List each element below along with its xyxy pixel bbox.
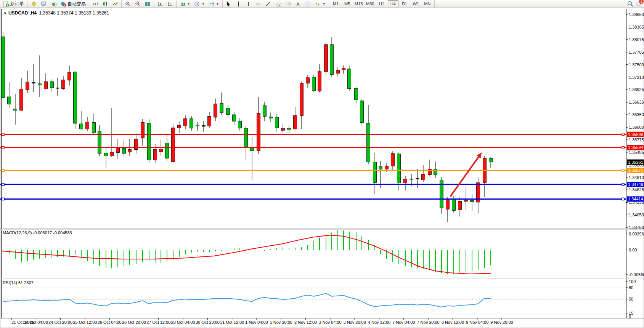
line-chart-button[interactable] xyxy=(110,0,120,8)
candle-body xyxy=(2,37,5,98)
line-handle[interactable] xyxy=(2,198,4,200)
macd-axis-label: 0.00 xyxy=(629,248,637,252)
candle-body xyxy=(14,109,17,110)
candle-body xyxy=(318,72,321,91)
timeframe-d1[interactable]: D1 xyxy=(399,0,410,7)
line-handle[interactable] xyxy=(622,183,624,186)
timeframe-m30[interactable]: M30 xyxy=(365,0,376,7)
autotrading-button[interactable]: 自动交易 xyxy=(58,0,88,8)
timeframe-mn[interactable]: MN xyxy=(422,0,433,7)
zoom-in-button[interactable] xyxy=(123,0,133,8)
text-icon: A xyxy=(295,1,301,7)
horizontal-line-tool-button[interactable] xyxy=(254,0,263,8)
candle-body xyxy=(8,97,11,104)
chart-canvas[interactable]: 1.386501.383651.380751.377851.375001.372… xyxy=(0,8,644,328)
price-tick-label: 1.36925 xyxy=(629,87,644,92)
auto-scroll-button[interactable] xyxy=(155,0,165,8)
zoom-out-icon xyxy=(135,1,141,7)
timeframe-m15[interactable]: M15 xyxy=(353,0,364,7)
chart-shift-button[interactable] xyxy=(165,0,175,8)
candle-body xyxy=(257,114,260,151)
candle-body xyxy=(148,123,151,160)
candle-body xyxy=(56,88,59,89)
rsi-axis-label: 80 xyxy=(629,285,633,290)
line-chart-icon xyxy=(112,1,118,7)
price-tick-label: 1.33760 xyxy=(629,225,644,230)
tile-windows-button[interactable] xyxy=(143,0,153,8)
rsi-axis-label: 50 xyxy=(629,297,633,301)
new-order-button[interactable]: 新订单 xyxy=(1,0,26,8)
candle-body xyxy=(300,83,304,116)
candle-body xyxy=(214,104,217,117)
text-label-tool-button[interactable]: T xyxy=(303,0,313,8)
cursor-tool-button[interactable] xyxy=(224,0,234,8)
text-tool-button[interactable]: A xyxy=(293,0,303,8)
timeframe-m5[interactable]: M5 xyxy=(342,0,353,7)
arrows-shapes-icon xyxy=(315,1,321,7)
price-tick-label: 1.34625 xyxy=(629,187,644,192)
fibonacci-tool-button[interactable]: F xyxy=(283,0,293,8)
arrows-tool-button[interactable]: ▼ xyxy=(313,0,328,8)
candle-body xyxy=(20,89,23,110)
line-handle[interactable] xyxy=(622,146,624,149)
candle-body xyxy=(165,143,169,158)
candle-body xyxy=(404,179,407,183)
candle-body xyxy=(471,200,474,202)
chart-title: ▼USDCAD-,H4 1.35348 1.35374 1.35133 1.35… xyxy=(3,10,109,16)
periods-button[interactable]: ▼ xyxy=(192,0,207,8)
styler-icon xyxy=(31,1,37,7)
line-handle[interactable] xyxy=(622,133,624,136)
time-tick-label: 26 Oct 04:00 xyxy=(98,320,122,325)
timeframe-h1[interactable]: H1 xyxy=(376,0,387,7)
vertical-line-tool-button[interactable] xyxy=(244,0,254,8)
candle-body xyxy=(238,121,242,128)
trendline-icon xyxy=(265,1,271,7)
price-tick-label: 1.36060 xyxy=(629,125,644,130)
indicators-button[interactable]: ▼ xyxy=(178,0,192,8)
bar-chart-button[interactable] xyxy=(90,0,100,8)
line-handle[interactable] xyxy=(2,146,4,149)
rsi-axis-label: 0 xyxy=(629,315,631,319)
candle-body xyxy=(122,148,126,154)
candle-body xyxy=(452,199,456,211)
candle-body xyxy=(458,202,462,210)
price-tick-label: 1.36350 xyxy=(629,112,644,117)
signals-button[interactable] xyxy=(48,0,58,8)
timeframe-w1[interactable]: W1 xyxy=(411,0,421,7)
bar-chart-icon xyxy=(92,1,98,7)
timeframe-m1[interactable]: M1 xyxy=(331,0,341,7)
crosshair-tool-button[interactable] xyxy=(234,0,244,8)
vertical-line-icon xyxy=(246,1,252,7)
support-tag-label: 1.34749 xyxy=(628,182,643,187)
candle-body xyxy=(104,153,108,156)
candle-body xyxy=(178,126,181,128)
time-tick-label: 3 Nov 04:00 xyxy=(319,320,341,325)
line-handle[interactable] xyxy=(622,198,624,200)
rsi-pane-label: RSI(14) 51.2307 xyxy=(3,280,34,285)
zoom-out-button[interactable] xyxy=(133,0,143,8)
candle-body xyxy=(269,117,273,118)
line-handle[interactable] xyxy=(2,169,4,171)
notifications-icon[interactable]: 1 xyxy=(636,1,642,7)
line-handle[interactable] xyxy=(2,133,4,136)
candle-body xyxy=(128,149,132,152)
indicators-caret: ▼ xyxy=(187,2,190,6)
styler-button[interactable] xyxy=(29,0,39,8)
terminal-button[interactable] xyxy=(39,0,48,8)
price-tick-label: 1.35775 xyxy=(629,138,644,142)
trendline-tool-button[interactable] xyxy=(263,0,273,8)
time-tick-label: 2 Nov 12:00 xyxy=(294,320,317,325)
chevron-down-icon[interactable]: ▼ xyxy=(3,11,7,15)
candle-body xyxy=(397,154,401,183)
candle-body xyxy=(410,179,413,179)
channel-tool-button[interactable]: E xyxy=(273,0,283,8)
candlestick-chart-button[interactable] xyxy=(100,0,110,8)
timeframe-h4[interactable]: H4 xyxy=(388,0,398,7)
line-handle[interactable] xyxy=(2,183,4,186)
svg-text:A: A xyxy=(297,2,300,7)
search-icon[interactable] xyxy=(627,1,633,7)
candle-body xyxy=(86,122,89,129)
templates-button[interactable]: ▼ xyxy=(207,0,221,8)
line-handle[interactable] xyxy=(622,169,624,171)
chart-window: ▼USDCAD-,H4 1.35348 1.35374 1.35133 1.35… xyxy=(0,8,644,328)
